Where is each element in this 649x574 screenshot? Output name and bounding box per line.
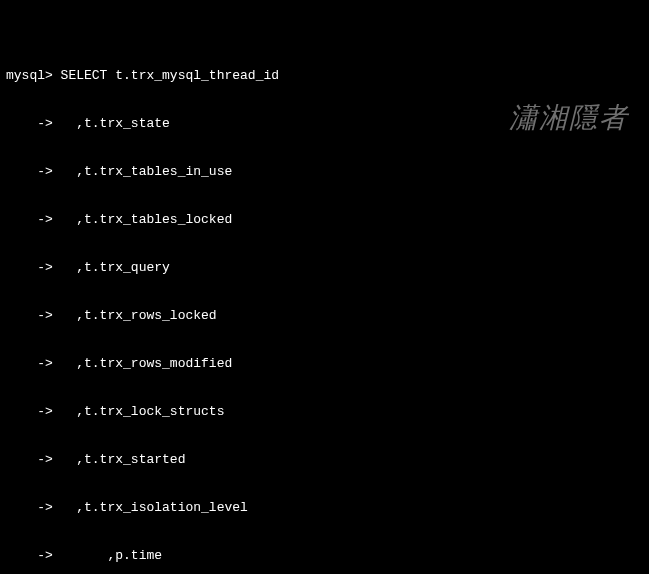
cont-prompt: -> [6,548,53,563]
sql-text: ,t.trx_rows_modified [53,356,232,371]
sql-line: -> ,t.trx_tables_in_use [6,164,643,180]
cont-prompt: -> [6,404,53,419]
sql-line: -> ,t.trx_lock_structs [6,404,643,420]
sql-line: mysql> SELECT t.trx_mysql_thread_id [6,68,643,84]
sql-line: -> ,t.trx_rows_locked [6,308,643,324]
sql-text: ,t.trx_started [53,452,186,467]
cont-prompt: -> [6,116,53,131]
cont-prompt: -> [6,308,53,323]
sql-line: -> ,t.trx_started [6,452,643,468]
sql-line: -> ,p.time [6,548,643,564]
mysql-prompt: mysql> [6,68,53,83]
sql-text: SELECT t.trx_mysql_thread_id [53,68,279,83]
sql-line: -> ,t.trx_query [6,260,643,276]
sql-text: ,t.trx_state [53,116,170,131]
sql-text: ,p.time [53,548,162,563]
cont-prompt: -> [6,212,53,227]
sql-text: ,t.trx_tables_in_use [53,164,232,179]
sql-text: ,t.trx_isolation_level [53,500,248,515]
cont-prompt: -> [6,452,53,467]
sql-text: ,t.trx_lock_structs [53,404,225,419]
cont-prompt: -> [6,356,53,371]
sql-line: -> ,t.trx_state [6,116,643,132]
sql-text: ,t.trx_tables_locked [53,212,232,227]
sql-text: ,t.trx_rows_locked [53,308,217,323]
cont-prompt: -> [6,500,53,515]
sql-text: ,t.trx_query [53,260,170,275]
cont-prompt: -> [6,164,53,179]
sql-line: -> ,t.trx_isolation_level [6,500,643,516]
sql-line: -> ,t.trx_rows_modified [6,356,643,372]
cont-prompt: -> [6,260,53,275]
terminal-output: 瀟湘隱者 mysql> SELECT t.trx_mysql_thread_id… [0,0,649,574]
sql-line: -> ,t.trx_tables_locked [6,212,643,228]
